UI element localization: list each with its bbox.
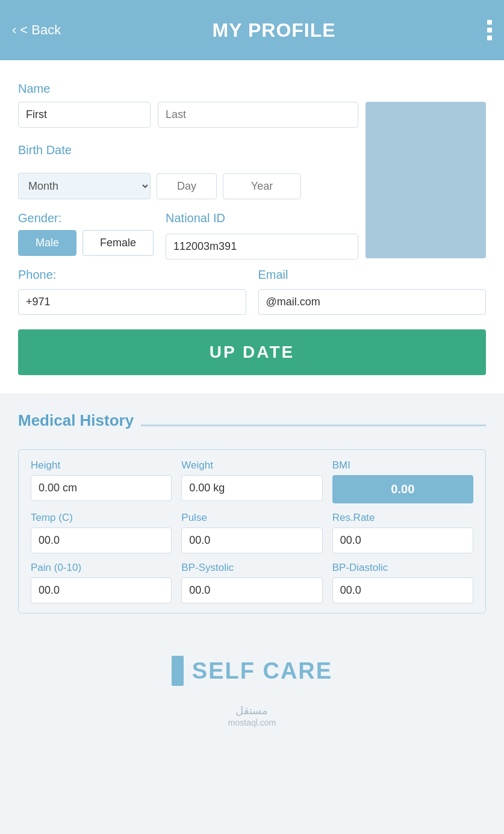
back-label[interactable]: < Back — [20, 22, 61, 38]
bmi-display: 0.00 — [332, 475, 473, 503]
mostaql-arabic-text: مستقل — [228, 704, 276, 717]
email-section: Email — [258, 268, 487, 315]
national-id-section: National ID — [166, 211, 358, 260]
menu-dot-2 — [487, 28, 492, 33]
name-inputs-row — [18, 102, 358, 128]
phone-label: Phone: — [18, 268, 246, 282]
pulse-input[interactable] — [181, 527, 322, 553]
height-label: Height — [31, 459, 172, 471]
pulse-label: Pulse — [181, 512, 322, 524]
bottom-area: SELF CARE مستقل mostaql.com — [0, 632, 504, 740]
email-label: Email — [258, 268, 487, 282]
bp-systolic-label: BP-Systolic — [181, 562, 322, 574]
update-button[interactable]: UP DATE — [18, 329, 486, 375]
female-button[interactable]: Female — [82, 230, 154, 256]
birthdate-label: Birth Date — [18, 143, 358, 157]
national-id-input[interactable] — [166, 234, 358, 260]
avatar — [366, 102, 486, 258]
temp-field: Temp (C) — [31, 512, 172, 553]
self-care-text: SELF CARE — [192, 658, 332, 684]
birthdate-row: Month January February March April May J… — [18, 173, 358, 199]
bmi-field: BMI 0.00 — [332, 459, 473, 503]
name-inputs: Birth Date Month January February March … — [18, 102, 358, 260]
pain-field: Pain (0-10) — [31, 562, 172, 603]
name-row: Birth Date Month January February March … — [18, 102, 486, 260]
gender-section: Gender: Male Female — [18, 211, 154, 256]
medical-title-row: Medical History — [18, 411, 486, 440]
gender-label: Gender: — [18, 211, 154, 225]
self-care-logo: SELF CARE — [172, 656, 332, 686]
page-title: MY PROFILE — [213, 19, 336, 42]
temp-input[interactable] — [31, 527, 172, 553]
resrate-label: Res.Rate — [332, 512, 473, 524]
height-field: Height — [31, 459, 172, 503]
first-name-input[interactable] — [18, 102, 151, 128]
resrate-field: Res.Rate — [332, 512, 473, 553]
temp-label: Temp (C) — [31, 512, 172, 524]
menu-button[interactable] — [487, 20, 492, 40]
gender-national-row: Gender: Male Female National ID — [18, 211, 358, 260]
bp-systolic-field: BP-Systolic — [181, 562, 322, 603]
medical-history-section: Medical History Height Weight BMI 0.00 — [0, 411, 504, 632]
medical-grid: Height Weight BMI 0.00 Temp (C) — [31, 459, 473, 603]
day-input[interactable] — [157, 173, 217, 199]
main-form: Name Birth Date Month January February M… — [0, 60, 504, 393]
phone-section: Phone: — [18, 268, 246, 315]
medical-history-title: Medical History — [18, 411, 134, 430]
male-button[interactable]: Male — [18, 230, 76, 256]
back-button[interactable]: ‹ < Back — [12, 22, 61, 38]
pain-input[interactable] — [31, 577, 172, 603]
bp-diastolic-input[interactable] — [332, 577, 473, 603]
bp-diastolic-field: BP-Diastolic — [332, 562, 473, 603]
mostaql-url: mostaql.com — [228, 718, 276, 727]
back-chevron-icon: ‹ — [12, 22, 16, 38]
weight-field: Weight — [181, 459, 322, 503]
weight-label: Weight — [181, 459, 322, 471]
header: ‹ < Back MY PROFILE — [0, 0, 504, 60]
year-input[interactable] — [223, 173, 301, 199]
month-select[interactable]: Month January February March April May J… — [18, 173, 151, 199]
last-name-input[interactable] — [158, 102, 358, 128]
phone-email-row: Phone: Email — [18, 268, 486, 315]
menu-dot-1 — [487, 20, 492, 25]
pulse-field: Pulse — [181, 512, 322, 553]
phone-frame: ‹ < Back MY PROFILE Name Birth Date — [0, 0, 504, 834]
height-input[interactable] — [31, 475, 172, 501]
bp-diastolic-label: BP-Diastolic — [332, 562, 473, 574]
phone-input[interactable] — [18, 289, 246, 315]
pain-label: Pain (0-10) — [31, 562, 172, 574]
email-input[interactable] — [258, 289, 487, 315]
weight-input[interactable] — [181, 475, 322, 501]
medical-box: Height Weight BMI 0.00 Temp (C) — [18, 449, 486, 614]
mostaql-watermark: مستقل mostaql.com — [228, 704, 276, 728]
national-id-label: National ID — [166, 211, 358, 225]
resrate-input[interactable] — [332, 527, 473, 553]
bmi-label: BMI — [332, 459, 473, 471]
self-care-icon — [172, 656, 184, 686]
name-label: Name — [18, 82, 486, 96]
menu-dot-3 — [487, 36, 492, 40]
bp-systolic-input[interactable] — [181, 577, 322, 603]
gender-buttons: Male Female — [18, 230, 154, 256]
title-separator — [141, 425, 486, 426]
